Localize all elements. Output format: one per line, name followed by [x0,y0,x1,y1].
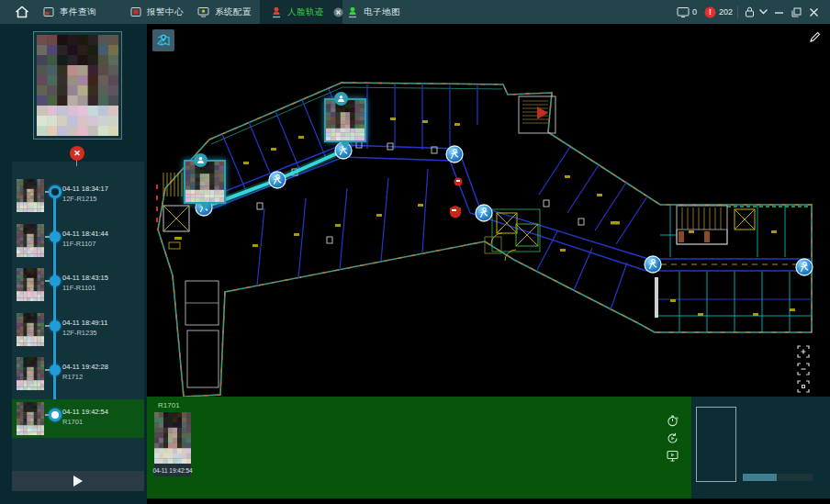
tab-alarm-center[interactable]: 报警中心 [130,0,184,24]
trajectory-marker[interactable] [269,172,286,188]
timeline-entry[interactable]: 04-11 19:42:54 R1701 [12,399,144,438]
tab-label: 事件查询 [60,6,96,18]
edit-map-button[interactable] [809,31,821,43]
alarm-center-icon [130,6,141,17]
tab-system-config[interactable]: 系统配置 [197,0,252,24]
timeline-entry[interactable]: 04-11 18:43:15 11F-R1101 [12,265,144,304]
map-face-popup[interactable] [184,160,226,204]
zoom-out-button[interactable] [797,363,810,375]
monitor-status[interactable]: 0 [677,0,697,24]
face-thumbnail[interactable] [17,224,44,257]
face-thumbnail[interactable] [17,357,44,390]
timeline-entry[interactable]: 04-11 18:41:44 11F-R1107 [12,221,144,260]
trajectory-marker[interactable] [796,259,813,275]
face-thumbnail[interactable] [17,268,44,301]
trajectory-sidebar: ✕ 04-11 18:34:17 12F-R1215 04-11 18:41:4… [0,24,147,504]
tab-close-icon[interactable] [333,7,343,17]
timeline-entry[interactable]: 04-11 18:34:17 12F-R1215 [12,176,144,215]
close-button[interactable] [809,0,819,24]
timeline-node[interactable] [50,320,61,331]
timeline-node[interactable] [49,409,62,421]
tab-label: 电子地图 [364,6,400,18]
tab-label: 系统配置 [215,6,252,18]
remove-target-button[interactable]: ✕ [70,146,84,161]
tab-event-query[interactable]: 事件查询 [43,0,96,24]
monitor-count-icon [677,6,690,18]
snapshot-card[interactable]: 04-11 19:42:54 [154,412,191,476]
electronic-map-icon [347,6,358,18]
tab-label: 人脸轨迹 [287,6,324,18]
minimize-button[interactable] [774,0,784,24]
chevron-down-icon[interactable] [758,0,768,24]
map-pin-icon [156,33,171,48]
timer-icon[interactable] [667,415,679,427]
progress-fill [743,474,777,481]
trajectory-marker[interactable] [645,256,661,273]
tab-label: 报警中心 [147,6,184,18]
room-detail-panel: R1701 04-11 19:42:54 [147,397,691,498]
panel-actions [667,415,679,462]
map-zoom-controls [797,345,810,393]
capture-location: 11F-R1101 [62,283,108,293]
capture-location: 12F-R1215 [62,194,108,204]
timeline-node[interactable] [50,231,61,242]
capture-location: 12F-R1235 [62,328,107,338]
popup-tail [340,140,351,149]
progress-bar[interactable] [743,474,813,481]
person-badge-icon [334,92,348,106]
popup-face-image [185,162,224,202]
maximize-button[interactable] [791,0,802,24]
face-thumbnail[interactable] [17,313,44,346]
popup-face-image [326,100,365,140]
event-query-icon [43,6,54,17]
timeline-node[interactable] [50,364,61,375]
face-thumbnail[interactable] [17,402,44,435]
capture-time: 04-11 18:34:17 [62,184,108,194]
playback-preview-panel [691,397,830,498]
capture-time: 04-11 19:42:54 [62,407,108,417]
popup-tail [199,202,210,210]
snapshot-image [154,412,191,464]
snapshot-time: 04-11 19:42:54 [154,464,191,476]
target-face-image [37,35,118,136]
preview-placeholder [696,407,736,482]
timeline-panel: 04-11 18:34:17 12F-R1215 04-11 18:41:44 … [12,162,144,473]
capture-location: R1701 [62,417,108,427]
alert-status[interactable]: ! 202 [704,0,733,24]
tab-electronic-map[interactable]: 电子地图 [347,0,400,24]
map-locate-button[interactable] [152,29,174,51]
reset-view-button[interactable] [797,380,810,393]
timeline-node[interactable] [49,185,62,198]
face-trajectory-icon [271,6,282,18]
capture-location: R1712 [62,372,108,382]
floor-plan-map[interactable] [147,24,830,397]
system-config-icon [197,6,209,17]
home-icon [15,6,29,18]
title-bar: 事件查询 报警中心 系统配置 人脸轨迹 电子地图 0 [0,0,830,24]
tab-face-trajectory[interactable]: 人脸轨迹 [271,0,343,24]
topbar-divider [737,6,738,18]
svg-text:!: ! [709,7,712,17]
home-button[interactable] [15,0,29,24]
face-thumbnail[interactable] [17,179,44,212]
room-label: R1701 [158,401,180,409]
person-badge-icon [194,153,208,167]
trajectory-marker[interactable] [476,205,492,221]
lock-button[interactable] [744,0,756,24]
floor-plan [147,24,830,397]
timeline-entry[interactable]: 04-11 18:49:11 12F-R1235 [12,310,144,349]
timeline-node[interactable] [50,275,61,286]
play-button[interactable] [73,476,83,487]
trajectory-marker[interactable] [446,146,463,162]
alert-count: 202 [719,7,733,17]
replay-icon[interactable] [667,432,679,444]
target-photo [33,31,122,140]
capture-time: 04-11 18:43:15 [62,273,108,283]
zoom-in-button[interactable] [797,345,810,358]
capture-time: 04-11 18:49:11 [62,318,107,328]
capture-time: 04-11 19:42:28 [62,362,108,372]
playback-bar [12,471,144,491]
map-face-popup[interactable] [324,98,366,142]
monitor-play-icon[interactable] [667,450,679,462]
timeline-entry[interactable]: 04-11 19:42:28 R1712 [12,354,144,393]
